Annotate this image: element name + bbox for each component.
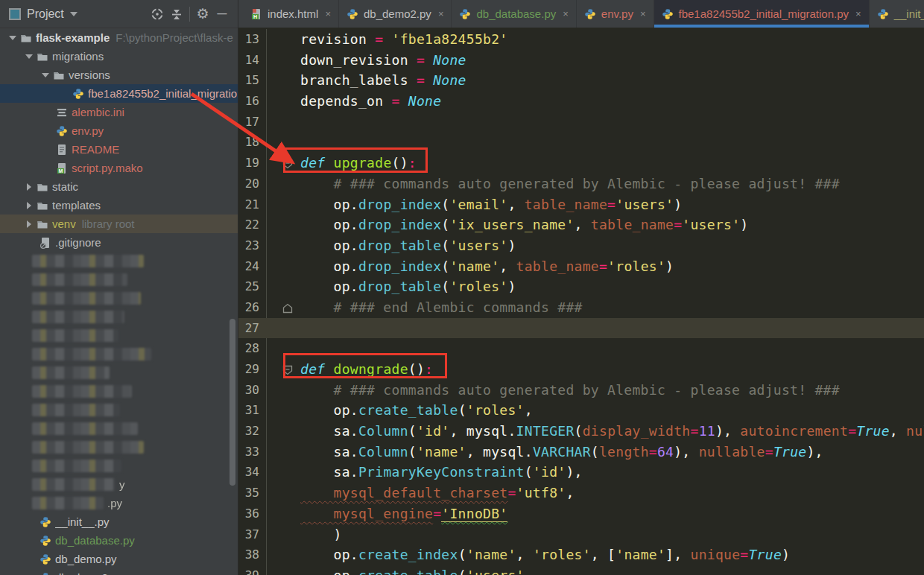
code-line-31[interactable]: 31 op.create_table('roles', [238, 400, 924, 421]
code-line-13[interactable]: 13revision = 'fbe1a82455b2' [238, 29, 924, 50]
code-line-23[interactable]: 23 op.drop_table('users') [238, 235, 924, 256]
code-line-30[interactable]: 30 # ### commands auto generated by Alem… [238, 380, 924, 401]
tab-db-demo2-py[interactable]: db_demo2.py× [339, 0, 452, 28]
code-token: # ### end Alembic commands ### [300, 299, 583, 315]
code-token: , mysql. [466, 444, 533, 460]
tree-item-readme[interactable]: README [0, 140, 238, 159]
project-panel-title[interactable]: Project [27, 7, 64, 21]
tree-item-script-py-mako[interactable]: Mscript.py.mako [0, 159, 238, 177]
code-line-35[interactable]: 35 mysql_default_charset='utf8', [238, 483, 924, 503]
tree-item-static[interactable]: static [0, 177, 238, 196]
tree-item-venv[interactable]: venvlibrary root [0, 215, 238, 233]
tab-close-icon[interactable]: × [563, 8, 569, 19]
code-line-14[interactable]: 14down_revision = None [238, 50, 924, 71]
tree-item-label: db_demo2.py [55, 571, 123, 575]
tree-item-redacted[interactable] [0, 419, 238, 438]
code-line-36[interactable]: 36 mysql_engine='InnoDB' [238, 503, 924, 524]
folder-icon [36, 51, 49, 63]
code-line-17[interactable]: 17 [238, 112, 924, 133]
tree-item-versions[interactable]: versions [0, 66, 238, 84]
locate-file-icon[interactable] [148, 5, 167, 23]
tree-item-redacted[interactable] [0, 382, 238, 401]
chevron-down-icon[interactable] [70, 12, 77, 16]
code-line-27[interactable]: 27 [238, 318, 924, 339]
code-token: ), [806, 444, 823, 460]
tree-item-redacted[interactable] [0, 289, 238, 308]
project-tool-icon [9, 8, 21, 20]
code-line-16[interactable]: 16depends_on = None [238, 91, 924, 112]
tree-item-env-py[interactable]: env.py [0, 121, 238, 140]
tab-index-html[interactable]: Hindex.html× [243, 0, 339, 28]
code-token: 'fbe1a82455b2' [392, 31, 508, 47]
chevron-expanded-icon[interactable] [6, 36, 19, 40]
chevron-expanded-icon[interactable] [22, 54, 36, 59]
tab--init-py[interactable]: __init__.py× [870, 0, 924, 28]
tab-env-py[interactable]: env.py× [577, 0, 654, 28]
tree-item-redacted[interactable]: y [0, 475, 238, 494]
code-token: ), [715, 423, 740, 439]
line-number: 35 [238, 483, 259, 503]
chevron-expanded-icon[interactable] [39, 73, 52, 77]
tree-item--gitignore[interactable]: .gitignore [0, 233, 238, 252]
code-token: ( [441, 258, 449, 274]
code-token: = [765, 444, 773, 460]
tree-item-redacted[interactable] [0, 326, 238, 345]
code-line-25[interactable]: 25 op.drop_table('roles') [238, 276, 924, 297]
tree-item-templates[interactable]: templates [0, 196, 238, 215]
code-token: = [740, 547, 748, 562]
settings-gear-icon[interactable]: ⚙ [193, 5, 212, 23]
tree-item-db-demo2-py[interactable]: db_demo2.py [0, 568, 238, 575]
tree-item-redacted[interactable] [0, 345, 238, 363]
code-line-33[interactable]: 33 sa.Column('name', mysql.VARCHAR(lengt… [238, 442, 924, 463]
tree-item-flask-example[interactable]: flask-exampleF:\pythonProject\flask-e [0, 28, 238, 47]
tab-db-database-py[interactable]: db_database.py× [452, 0, 576, 28]
line-number: 17 [238, 112, 259, 133]
tab-fbe1a82455b2-initial-migration-py[interactable]: fbe1a82455b2_initial_migration.py× [654, 0, 870, 28]
code-line-37[interactable]: 37 ) [238, 524, 924, 545]
chevron-collapsed-icon[interactable] [22, 183, 36, 191]
tab-close-icon[interactable]: × [855, 8, 861, 19]
line-number: 27 [238, 318, 259, 339]
tree-item-redacted[interactable] [0, 252, 238, 270]
tree-item-alembic-ini[interactable]: alembic.ini [0, 103, 238, 121]
tree-item-redacted[interactable] [0, 270, 238, 289]
code-text: # ### commands auto generated by Alembic… [300, 380, 840, 401]
code-token: sa. [300, 423, 358, 439]
tree-item-db-demo-py[interactable]: db_demo.py [0, 550, 238, 568]
tree-item-fbe1a82455b2-initial-migration-py[interactable]: fbe1a82455b2_initial_migration.py [0, 84, 238, 103]
code-line-20[interactable]: 20 # ### commands auto generated by Alem… [238, 174, 924, 194]
fold-region-end-icon[interactable] [282, 302, 293, 313]
code-line-24[interactable]: 24 op.drop_index('name', table_name='rol… [238, 256, 924, 277]
hide-panel-icon[interactable]: ─ [212, 5, 232, 23]
tree-item-redacted[interactable] [0, 438, 238, 457]
code-line-39[interactable]: 39 op.create_table('users', [238, 565, 924, 575]
tab-close-icon[interactable]: × [640, 8, 646, 19]
tree-item-redacted[interactable] [0, 401, 238, 419]
tree-item-redacted[interactable] [0, 363, 238, 382]
code-editor[interactable]: 13revision = 'fbe1a82455b2'14down_revisi… [238, 28, 924, 575]
code-line-32[interactable]: 32 sa.Column('id', mysql.INTEGER(display… [238, 421, 924, 442]
tab-close-icon[interactable]: × [438, 8, 444, 19]
code-line-38[interactable]: 38 op.create_index('name', 'roles', ['na… [238, 544, 924, 565]
code-line-15[interactable]: 15branch_labels = None [238, 70, 924, 91]
tree-item-redacted[interactable] [0, 457, 238, 475]
code-line-34[interactable]: 34 sa.PrimaryKeyConstraint('id'), [238, 462, 924, 483]
tab-close-icon[interactable]: × [325, 8, 331, 19]
project-tree-scrollbar[interactable] [230, 319, 235, 486]
python-file-icon [39, 516, 52, 528]
code-text: sa.Column('id', mysql.INTEGER(display_wi… [300, 421, 924, 442]
chevron-collapsed-icon[interactable] [22, 220, 36, 228]
tree-item-redacted[interactable] [0, 308, 238, 326]
tree-item-db-database-py[interactable]: db_database.py [0, 531, 238, 550]
tree-item-migrations[interactable]: migrations [0, 47, 238, 66]
tree-item-redacted[interactable]: .py [0, 494, 238, 512]
code-line-21[interactable]: 21 op.drop_index('email', table_name='us… [238, 194, 924, 215]
code-token: nullable [906, 423, 924, 439]
chevron-collapsed-icon[interactable] [22, 202, 36, 209]
code-text: mysql_default_charset='utf8', [300, 483, 575, 503]
collapse-all-icon[interactable] [167, 5, 186, 23]
code-token: = [417, 72, 425, 88]
code-line-26[interactable]: 26 # ### end Alembic commands ### [238, 297, 924, 318]
tree-item--init-py[interactable]: __init__.py [0, 512, 238, 531]
code-line-22[interactable]: 22 op.drop_index('ix_users_name', table_… [238, 215, 924, 235]
